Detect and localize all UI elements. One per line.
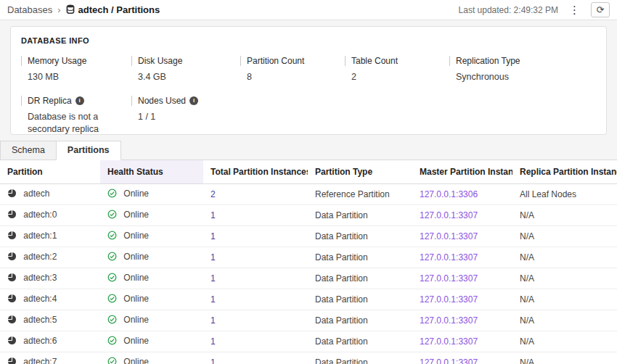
- instances-link[interactable]: 1: [211, 273, 216, 284]
- replica-instance-text: N/A: [520, 336, 534, 347]
- table-row[interactable]: adtech:7 Online 1 Data Partition 127.0.0…: [0, 352, 617, 364]
- instances-link[interactable]: 1: [211, 210, 216, 220]
- health-cell: Online: [100, 289, 203, 310]
- partition-pie-icon: [7, 190, 19, 200]
- partition-type-cell: Data Partition: [308, 205, 412, 226]
- partition-name: adtech: [23, 189, 49, 199]
- partition-pie-icon: [7, 337, 19, 347]
- partition-type-cell: Data Partition: [308, 352, 412, 364]
- instances-cell: 1: [203, 352, 308, 364]
- replica-instance-text: N/A: [520, 210, 534, 220]
- tab-partitions[interactable]: Partitions: [56, 141, 121, 160]
- master-instance-link[interactable]: 127.0.0.1:3306: [420, 189, 478, 199]
- partition-cell: adtech:1: [0, 226, 100, 247]
- table-row[interactable]: adtech:5 Online 1 Data Partition 127.0.0…: [0, 310, 617, 331]
- master-instance-cell: 127.0.0.1:3307: [412, 331, 512, 352]
- instances-cell: 1: [203, 310, 308, 331]
- overflow-menu-icon[interactable]: ⋮: [567, 4, 582, 15]
- replica-instance-text: N/A: [520, 252, 534, 262]
- instances-link[interactable]: 1: [211, 231, 216, 241]
- instances-link[interactable]: 1: [211, 315, 216, 326]
- health-status-text: Online: [123, 210, 149, 220]
- master-instance-link[interactable]: 127.0.0.1:3307: [420, 294, 478, 305]
- instances-link[interactable]: 1: [211, 357, 216, 364]
- card-title: DATABASE INFO: [21, 36, 596, 45]
- master-instance-cell: 127.0.0.1:3307: [412, 289, 512, 310]
- table-row[interactable]: adtech:4 Online 1 Data Partition 127.0.0…: [0, 289, 617, 310]
- partition-cell: adtech:5: [0, 310, 100, 331]
- master-instance-link[interactable]: 127.0.0.1:3307: [420, 231, 478, 241]
- partition-type-cell: Data Partition: [308, 289, 412, 310]
- partition-cell: adtech:2: [0, 247, 100, 268]
- partition-type-text: Data Partition: [315, 210, 368, 220]
- stat-nodes-used: Nodes Used i 1 / 1: [131, 96, 240, 136]
- col-total-partition-instances[interactable]: Total Partition Instances: [203, 160, 308, 184]
- master-instance-link[interactable]: 127.0.0.1:3307: [420, 273, 478, 284]
- col-health-status[interactable]: Health Status: [100, 160, 203, 184]
- health-cell: Online: [100, 184, 203, 205]
- stat-partition-count: Partition Count 8: [240, 56, 345, 83]
- partition-cell: adtech:7: [0, 352, 100, 364]
- master-instance-link[interactable]: 127.0.0.1:3307: [420, 336, 478, 347]
- master-instance-link[interactable]: 127.0.0.1:3307: [420, 357, 478, 364]
- table-row[interactable]: adtech:2 Online 1 Data Partition 127.0.0…: [0, 247, 617, 268]
- stat-label: Partition Count: [247, 56, 304, 66]
- refresh-button[interactable]: ⟳: [591, 2, 610, 17]
- partition-name: adtech:5: [23, 315, 57, 325]
- partition-cell: adtech:6: [0, 331, 100, 352]
- partition-cell: adtech:4: [0, 289, 100, 310]
- health-cell: Online: [100, 205, 203, 226]
- info-icon[interactable]: i: [189, 96, 198, 105]
- online-check-icon: [107, 316, 119, 326]
- stat-value: Database is not a secondary replica: [21, 111, 126, 136]
- master-instance-link[interactable]: 127.0.0.1:3307: [420, 210, 478, 220]
- instances-cell: 1: [203, 247, 308, 268]
- table-row[interactable]: adtech:0 Online 1 Data Partition 127.0.0…: [0, 205, 617, 226]
- instances-cell: 2: [203, 184, 308, 205]
- instances-link[interactable]: 1: [211, 336, 216, 347]
- health-cell: Online: [100, 331, 203, 352]
- col-replica-partition-instance[interactable]: Replica Partition Instance ...: [512, 160, 617, 184]
- master-instance-link[interactable]: 127.0.0.1:3307: [420, 252, 478, 262]
- master-instance-cell: 127.0.0.1:3307: [412, 310, 512, 331]
- database-info-card: DATABASE INFO Memory Usage 130 MB Disk U…: [10, 26, 607, 135]
- master-instance-cell: 127.0.0.1:3307: [412, 352, 512, 364]
- stat-disk-usage: Disk Usage 3.4 GB: [131, 56, 240, 83]
- partition-type-cell: Data Partition: [308, 331, 412, 352]
- health-status-text: Online: [123, 294, 149, 304]
- instances-link[interactable]: 1: [211, 294, 216, 305]
- table-row[interactable]: adtech:6 Online 1 Data Partition 127.0.0…: [0, 331, 617, 352]
- tab-schema[interactable]: Schema: [0, 141, 57, 160]
- replica-instance-cell: N/A: [512, 205, 617, 226]
- table-row[interactable]: adtech Online 2 Reference Partition 127.…: [0, 184, 617, 205]
- partition-pie-icon: [7, 316, 19, 326]
- partition-type-text: Data Partition: [315, 252, 368, 262]
- partition-pie-icon: [7, 295, 19, 305]
- replica-instance-text: N/A: [520, 294, 534, 305]
- master-instance-cell: 127.0.0.1:3307: [412, 247, 512, 268]
- table-row[interactable]: adtech:1 Online 1 Data Partition 127.0.0…: [0, 226, 617, 247]
- col-master-partition-instance[interactable]: Master Partition Instance ...: [412, 160, 512, 184]
- online-check-icon: [107, 232, 119, 242]
- partition-type-cell: Data Partition: [308, 247, 412, 268]
- health-status-text: Online: [123, 252, 149, 262]
- partition-type-cell: Data Partition: [308, 310, 412, 331]
- partitions-table-body: adtech Online 2 Reference Partition 127.…: [0, 184, 617, 364]
- partition-pie-icon: [7, 253, 19, 263]
- instances-link[interactable]: 2: [211, 189, 216, 199]
- instances-link[interactable]: 1: [211, 252, 216, 262]
- partition-cell: adtech: [0, 184, 100, 205]
- replica-instance-cell: N/A: [512, 289, 617, 310]
- partition-name: adtech:0: [23, 210, 57, 220]
- partition-type-text: Data Partition: [315, 315, 368, 326]
- partition-type-text: Reference Partition: [315, 189, 390, 199]
- breadcrumb-databases-link[interactable]: Databases: [7, 4, 52, 15]
- info-icon[interactable]: i: [75, 96, 84, 105]
- col-partition[interactable]: Partition: [0, 160, 100, 184]
- partition-type-cell: Reference Partition: [308, 184, 412, 205]
- replica-instance-text: N/A: [520, 231, 534, 241]
- master-instance-link[interactable]: 127.0.0.1:3307: [420, 315, 478, 326]
- table-row[interactable]: adtech:3 Online 1 Data Partition 127.0.0…: [0, 268, 617, 289]
- stat-value: 130 MB: [21, 71, 126, 83]
- col-partition-type[interactable]: Partition Type: [308, 160, 412, 184]
